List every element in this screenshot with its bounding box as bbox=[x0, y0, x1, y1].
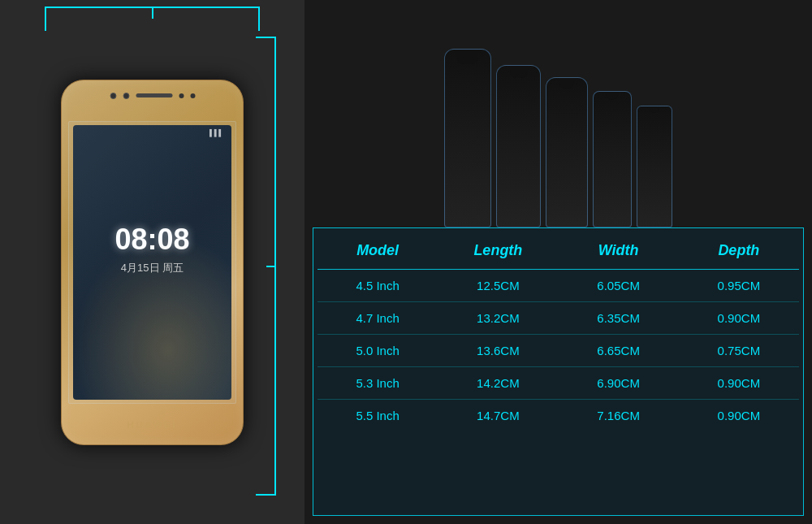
specs-table-container: Model Length Width Depth 4.5 Inch12.5CM6… bbox=[313, 227, 804, 516]
cell-model: 5.3 Inch bbox=[317, 367, 438, 400]
cell-length: 13.2CM bbox=[438, 302, 558, 335]
header-depth: Depth bbox=[679, 232, 799, 270]
camera-dot2-icon bbox=[179, 93, 184, 98]
protectors-row bbox=[313, 8, 804, 227]
protector-item-5 bbox=[637, 106, 672, 227]
cell-model: 4.7 Inch bbox=[317, 302, 438, 335]
table-row: 4.7 Inch13.2CM6.35CM0.90CM bbox=[317, 302, 799, 335]
table-header-row: Model Length Width Depth bbox=[317, 232, 799, 270]
bracket-top bbox=[45, 6, 260, 31]
table-row: 4.5 Inch12.5CM6.05CM0.95CM bbox=[317, 270, 799, 302]
left-panel: ▌▌▌ 08:08 4月15日 周五 HUAWEI bbox=[0, 0, 304, 524]
right-panel: Model Length Width Depth 4.5 Inch12.5CM6… bbox=[304, 0, 812, 524]
cell-width: 6.90CM bbox=[559, 367, 679, 400]
notch-2 bbox=[510, 66, 528, 78]
camera-icon bbox=[110, 93, 116, 99]
phone-brand: HUAWEI bbox=[127, 420, 178, 430]
sensor-icon bbox=[123, 93, 129, 99]
notch-1 bbox=[457, 50, 478, 64]
protector-shape-2 bbox=[496, 65, 541, 227]
notch-4 bbox=[607, 92, 619, 100]
cell-width: 6.35CM bbox=[559, 302, 679, 335]
cell-length: 14.7CM bbox=[438, 400, 558, 432]
notch-3 bbox=[559, 78, 574, 89]
cell-depth: 0.90CM bbox=[679, 302, 799, 335]
protector-shape-5 bbox=[637, 106, 672, 227]
protector-item-2 bbox=[496, 65, 541, 227]
table-row: 5.0 Inch13.6CM6.65CM0.75CM bbox=[317, 335, 799, 367]
cell-depth: 0.90CM bbox=[679, 400, 799, 432]
cell-width: 6.05CM bbox=[559, 270, 679, 302]
cell-width: 6.65CM bbox=[559, 335, 679, 367]
header-model: Model bbox=[317, 232, 438, 270]
table-row: 5.5 Inch14.7CM7.16CM0.90CM bbox=[317, 400, 799, 432]
protector-shape-1 bbox=[444, 49, 491, 227]
table-row: 5.3 Inch14.2CM6.90CM0.90CM bbox=[317, 367, 799, 400]
table-body: 4.5 Inch12.5CM6.05CM0.95CM4.7 Inch13.2CM… bbox=[317, 270, 799, 432]
cell-depth: 0.90CM bbox=[679, 367, 799, 400]
protector-item-4 bbox=[593, 91, 632, 227]
protector-shape-4 bbox=[593, 91, 632, 227]
protector-item-3 bbox=[546, 77, 588, 227]
cell-depth: 0.95CM bbox=[679, 270, 799, 302]
cell-length: 13.6CM bbox=[438, 335, 558, 367]
bracket-side bbox=[256, 37, 276, 496]
cell-model: 5.0 Inch bbox=[317, 335, 438, 367]
cell-length: 12.5CM bbox=[438, 270, 558, 302]
cell-width: 7.16CM bbox=[559, 400, 679, 432]
specs-table: Model Length Width Depth 4.5 Inch12.5CM6… bbox=[317, 232, 799, 431]
notch-5 bbox=[650, 106, 659, 113]
protector-shape-3 bbox=[546, 77, 588, 227]
camera-dot3-icon bbox=[190, 93, 195, 98]
header-width: Width bbox=[559, 232, 679, 270]
header-length: Length bbox=[438, 232, 558, 270]
cell-depth: 0.75CM bbox=[679, 335, 799, 367]
screen-protector-overlay bbox=[68, 121, 236, 404]
cell-model: 4.5 Inch bbox=[317, 270, 438, 302]
speaker-bar bbox=[136, 93, 172, 97]
phone-body: ▌▌▌ 08:08 4月15日 周五 HUAWEI bbox=[61, 80, 244, 445]
phone-top-area bbox=[110, 93, 195, 99]
protector-item-1 bbox=[444, 49, 491, 227]
cell-model: 5.5 Inch bbox=[317, 400, 438, 432]
cell-length: 14.2CM bbox=[438, 367, 558, 400]
